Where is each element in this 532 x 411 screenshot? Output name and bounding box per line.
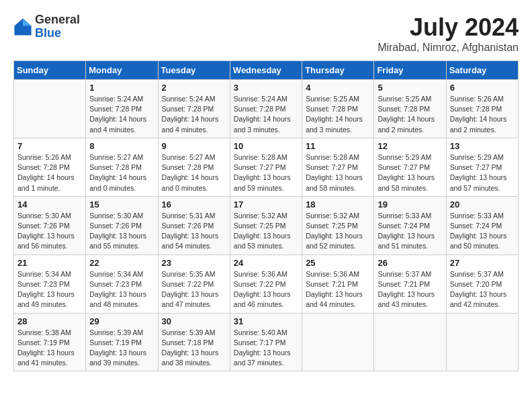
- header-row: SundayMondayTuesdayWednesdayThursdayFrid…: [14, 61, 519, 80]
- cell-content: Sunrise: 5:24 AM Sunset: 7:28 PM Dayligh…: [234, 94, 298, 135]
- day-number: 2: [162, 83, 226, 93]
- calendar-table: SundayMondayTuesdayWednesdayThursdayFrid…: [13, 60, 519, 371]
- page-header: General Blue July 2024 Mirabad, Nimroz, …: [13, 13, 519, 54]
- day-number: 9: [162, 141, 226, 151]
- calendar-cell: 1Sunrise: 5:24 AM Sunset: 7:28 PM Daylig…: [86, 80, 158, 138]
- calendar-cell: 25Sunrise: 5:36 AM Sunset: 7:21 PM Dayli…: [302, 255, 374, 313]
- cell-content: Sunrise: 5:39 AM Sunset: 7:19 PM Dayligh…: [89, 328, 154, 369]
- cell-content: Sunrise: 5:28 AM Sunset: 7:27 PM Dayligh…: [234, 152, 298, 193]
- cell-content: Sunrise: 5:29 AM Sunset: 7:27 PM Dayligh…: [378, 152, 442, 193]
- month-year: July 2024: [378, 13, 519, 42]
- calendar-cell: 16Sunrise: 5:31 AM Sunset: 7:26 PM Dayli…: [158, 196, 230, 255]
- calendar-cell: 9Sunrise: 5:27 AM Sunset: 7:28 PM Daylig…: [158, 138, 230, 196]
- calendar-cell: 6Sunrise: 5:26 AM Sunset: 7:28 PM Daylig…: [446, 80, 518, 138]
- day-number: 16: [162, 199, 226, 210]
- cell-content: Sunrise: 5:36 AM Sunset: 7:21 PM Dayligh…: [306, 269, 370, 310]
- calendar-cell: 2Sunrise: 5:24 AM Sunset: 7:28 PM Daylig…: [158, 80, 230, 138]
- calendar-cell: [374, 313, 446, 371]
- day-number: 10: [234, 141, 298, 151]
- day-number: 23: [162, 258, 226, 268]
- day-number: 7: [17, 141, 82, 151]
- logo: General Blue: [13, 13, 80, 40]
- week-row-1: 1Sunrise: 5:24 AM Sunset: 7:28 PM Daylig…: [14, 80, 519, 138]
- column-header-wednesday: Wednesday: [230, 61, 302, 80]
- calendar-cell: 27Sunrise: 5:37 AM Sunset: 7:20 PM Dayli…: [446, 255, 518, 313]
- logo-blue-text: Blue: [35, 27, 80, 40]
- cell-content: Sunrise: 5:27 AM Sunset: 7:28 PM Dayligh…: [89, 152, 154, 193]
- column-header-sunday: Sunday: [14, 61, 86, 80]
- calendar-cell: 7Sunrise: 5:26 AM Sunset: 7:28 PM Daylig…: [14, 138, 86, 196]
- cell-content: Sunrise: 5:30 AM Sunset: 7:26 PM Dayligh…: [89, 211, 154, 252]
- calendar-cell: 11Sunrise: 5:28 AM Sunset: 7:27 PM Dayli…: [302, 138, 374, 196]
- day-number: 19: [378, 199, 442, 210]
- week-row-2: 7Sunrise: 5:26 AM Sunset: 7:28 PM Daylig…: [14, 138, 519, 196]
- calendar-cell: 13Sunrise: 5:29 AM Sunset: 7:27 PM Dayli…: [446, 138, 518, 196]
- day-number: 22: [89, 258, 154, 268]
- cell-content: Sunrise: 5:32 AM Sunset: 7:25 PM Dayligh…: [306, 211, 370, 252]
- column-header-friday: Friday: [374, 61, 446, 80]
- location: Mirabad, Nimroz, Afghanistan: [378, 42, 519, 54]
- cell-content: Sunrise: 5:39 AM Sunset: 7:18 PM Dayligh…: [162, 328, 226, 369]
- day-number: 13: [450, 141, 515, 151]
- cell-content: Sunrise: 5:33 AM Sunset: 7:24 PM Dayligh…: [450, 211, 515, 252]
- calendar-cell: 21Sunrise: 5:34 AM Sunset: 7:23 PM Dayli…: [14, 255, 86, 313]
- calendar-cell: [14, 80, 86, 138]
- day-number: 21: [17, 258, 82, 268]
- day-number: 24: [234, 258, 298, 268]
- day-number: 20: [450, 199, 515, 210]
- column-header-saturday: Saturday: [446, 61, 518, 80]
- calendar-cell: 24Sunrise: 5:36 AM Sunset: 7:22 PM Dayli…: [230, 255, 302, 313]
- logo-general-text: General: [35, 13, 80, 27]
- calendar-cell: 5Sunrise: 5:25 AM Sunset: 7:28 PM Daylig…: [374, 80, 446, 138]
- cell-content: Sunrise: 5:27 AM Sunset: 7:28 PM Dayligh…: [162, 152, 226, 193]
- day-number: 17: [234, 199, 298, 210]
- cell-content: Sunrise: 5:40 AM Sunset: 7:17 PM Dayligh…: [234, 328, 298, 369]
- column-header-tuesday: Tuesday: [158, 61, 230, 80]
- day-number: 6: [450, 83, 515, 93]
- calendar-cell: 17Sunrise: 5:32 AM Sunset: 7:25 PM Dayli…: [230, 196, 302, 255]
- day-number: 15: [89, 199, 154, 210]
- day-number: 3: [234, 83, 298, 93]
- column-header-thursday: Thursday: [302, 61, 374, 80]
- calendar-cell: 10Sunrise: 5:28 AM Sunset: 7:27 PM Dayli…: [230, 138, 302, 196]
- calendar-cell: 8Sunrise: 5:27 AM Sunset: 7:28 PM Daylig…: [86, 138, 158, 196]
- cell-content: Sunrise: 5:35 AM Sunset: 7:22 PM Dayligh…: [162, 269, 226, 310]
- calendar-cell: 23Sunrise: 5:35 AM Sunset: 7:22 PM Dayli…: [158, 255, 230, 313]
- day-number: 1: [89, 83, 154, 93]
- day-number: 18: [306, 199, 370, 210]
- column-header-monday: Monday: [86, 61, 158, 80]
- cell-content: Sunrise: 5:26 AM Sunset: 7:28 PM Dayligh…: [450, 94, 515, 135]
- cell-content: Sunrise: 5:37 AM Sunset: 7:20 PM Dayligh…: [450, 269, 515, 310]
- calendar-cell: 18Sunrise: 5:32 AM Sunset: 7:25 PM Dayli…: [302, 196, 374, 255]
- calendar-cell: 14Sunrise: 5:30 AM Sunset: 7:26 PM Dayli…: [14, 196, 86, 255]
- day-number: 11: [306, 141, 370, 151]
- cell-content: Sunrise: 5:25 AM Sunset: 7:28 PM Dayligh…: [306, 94, 370, 135]
- cell-content: Sunrise: 5:24 AM Sunset: 7:28 PM Dayligh…: [89, 94, 154, 135]
- day-number: 25: [306, 258, 370, 268]
- svg-marker-1: [23, 18, 32, 26]
- week-row-3: 14Sunrise: 5:30 AM Sunset: 7:26 PM Dayli…: [14, 196, 519, 255]
- day-number: 5: [378, 83, 442, 93]
- day-number: 30: [162, 316, 226, 326]
- calendar-cell: 4Sunrise: 5:25 AM Sunset: 7:28 PM Daylig…: [302, 80, 374, 138]
- calendar-cell: 3Sunrise: 5:24 AM Sunset: 7:28 PM Daylig…: [230, 80, 302, 138]
- calendar-cell: 28Sunrise: 5:38 AM Sunset: 7:19 PM Dayli…: [14, 313, 86, 371]
- week-row-5: 28Sunrise: 5:38 AM Sunset: 7:19 PM Dayli…: [14, 313, 519, 371]
- cell-content: Sunrise: 5:33 AM Sunset: 7:24 PM Dayligh…: [378, 211, 442, 252]
- cell-content: Sunrise: 5:29 AM Sunset: 7:27 PM Dayligh…: [450, 152, 515, 193]
- calendar-cell: 15Sunrise: 5:30 AM Sunset: 7:26 PM Dayli…: [86, 196, 158, 255]
- calendar-cell: 29Sunrise: 5:39 AM Sunset: 7:19 PM Dayli…: [86, 313, 158, 371]
- cell-content: Sunrise: 5:37 AM Sunset: 7:21 PM Dayligh…: [378, 269, 442, 310]
- calendar-cell: 12Sunrise: 5:29 AM Sunset: 7:27 PM Dayli…: [374, 138, 446, 196]
- logo-icon: [13, 17, 32, 36]
- calendar-cell: 26Sunrise: 5:37 AM Sunset: 7:21 PM Dayli…: [374, 255, 446, 313]
- week-row-4: 21Sunrise: 5:34 AM Sunset: 7:23 PM Dayli…: [14, 255, 519, 313]
- day-number: 26: [378, 258, 442, 268]
- day-number: 8: [89, 141, 154, 151]
- calendar-cell: [302, 313, 374, 371]
- day-number: 28: [17, 316, 82, 326]
- day-number: 4: [306, 83, 370, 93]
- cell-content: Sunrise: 5:34 AM Sunset: 7:23 PM Dayligh…: [17, 269, 82, 310]
- cell-content: Sunrise: 5:31 AM Sunset: 7:26 PM Dayligh…: [162, 211, 226, 252]
- cell-content: Sunrise: 5:38 AM Sunset: 7:19 PM Dayligh…: [17, 328, 82, 369]
